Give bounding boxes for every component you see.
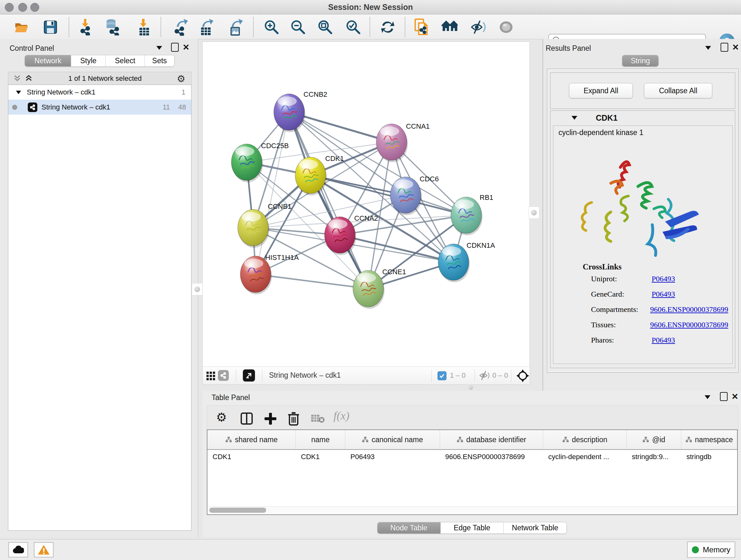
tab-style[interactable]: Style [71, 55, 106, 66]
control-panel-close-icon[interactable]: ✕ [183, 43, 190, 52]
import-network-button[interactable] [78, 19, 95, 36]
section-expander-icon[interactable] [571, 116, 577, 120]
column-header-database-identifier[interactable]: database identifier [440, 430, 543, 449]
collapse-all-button[interactable]: Collapse All [644, 83, 712, 98]
table-hscrollbar[interactable] [208, 506, 737, 514]
network-node-CCNA1[interactable] [376, 124, 408, 162]
eye-slash-icon [470, 20, 487, 35]
duplicate-network-button[interactable] [414, 19, 430, 36]
export-image-button[interactable] [228, 19, 245, 36]
table-body: CDK1CDK1P064939606.ENSP00000378699cyclin… [207, 450, 737, 464]
table-panel-close-icon[interactable]: ✕ [731, 392, 738, 401]
node-label-CDC25B: CDC25B [261, 142, 289, 150]
tab-string[interactable]: String [622, 55, 658, 66]
hidden-eye-slash-icon[interactable] [479, 370, 490, 381]
import-table-button[interactable] [136, 19, 152, 36]
tab-edge-table[interactable]: Edge Table [441, 522, 504, 534]
network-node-CCNB1[interactable] [238, 209, 269, 248]
hide-selected-button[interactable] [470, 19, 487, 36]
network-node-CCNA2[interactable] [325, 217, 356, 255]
cloud-status-button[interactable] [8, 542, 28, 557]
column-header--id[interactable]: @id [627, 430, 681, 449]
right-splitter-handle[interactable] [529, 206, 539, 219]
grid-icon[interactable] [206, 371, 216, 381]
houses-icon-button[interactable] [441, 19, 458, 36]
network-node-CDKN1A[interactable] [438, 244, 470, 282]
crosslink-row: Pharos:P06493 [591, 336, 728, 345]
network-row[interactable]: String Network – cdk1 11 48 [8, 100, 191, 115]
table-row[interactable]: CDK1CDK1P064939606.ENSP00000378699cyclin… [207, 450, 737, 464]
network-canvas[interactable]: CCNB2CCNA1CDC25BCDK1CDC6RB1CCNB1CCNA2CDK… [202, 42, 530, 367]
apply-layout-button[interactable] [380, 19, 396, 36]
zoom-selected-button[interactable] [345, 19, 361, 36]
selected-checkbox-icon[interactable] [437, 371, 447, 380]
results-panel-close-icon[interactable]: ✕ [732, 43, 739, 52]
memory-button[interactable]: Memory [687, 542, 735, 558]
network-graph[interactable]: CCNB2CCNA1CDC25BCDK1CDC6RB1CCNB1CCNA2CDK… [203, 42, 529, 367]
results-panel-float-icon[interactable] [721, 43, 728, 52]
toolbar-separator [69, 17, 69, 37]
tab-network[interactable]: Network [25, 55, 71, 66]
table-panel-menu-icon[interactable] [704, 395, 711, 399]
network-node-CDK1[interactable] [295, 157, 327, 195]
table-gear-icon[interactable]: ⚙ [216, 410, 227, 424]
expand-all-chevron-icon[interactable] [24, 74, 33, 83]
collection-expander-icon[interactable] [16, 91, 21, 94]
crosslink-value-link[interactable]: P06493 [652, 274, 675, 283]
tab-sets[interactable]: Sets [145, 55, 174, 66]
node-label-CCNE1: CCNE1 [382, 268, 406, 276]
column-header-name[interactable]: name [296, 430, 345, 449]
open-in-new-window-icon[interactable] [243, 369, 255, 381]
crosslink-value-link[interactable]: P06493 [652, 336, 675, 345]
table-columns-icon[interactable] [240, 412, 253, 425]
control-panel-menu-icon[interactable] [156, 46, 162, 50]
tab-node-table[interactable]: Node Table [378, 522, 441, 534]
export-network-button[interactable] [173, 19, 190, 36]
crosslink-value-link[interactable]: P06493 [652, 290, 675, 299]
table-delete-icon[interactable] [287, 412, 300, 426]
crosslink-value-link[interactable]: 9606.ENSP00000378699 [650, 320, 728, 329]
show-all-eye-button[interactable] [498, 19, 515, 36]
network-options-gear-icon[interactable]: ⚙ [177, 73, 185, 84]
results-panel-menu-icon[interactable] [705, 46, 711, 50]
control-panel-float-icon[interactable] [171, 43, 179, 52]
column-header-shared-name[interactable]: shared name [207, 430, 296, 449]
birdseye-network-icon[interactable] [218, 370, 229, 381]
export-table-button[interactable] [199, 19, 215, 36]
horizontal-splitter-handle[interactable] [466, 385, 475, 390]
results-panel-tabs: String [622, 55, 659, 67]
column-header-description[interactable]: description [543, 430, 627, 449]
network-node-CDC25B[interactable] [231, 144, 263, 182]
crosslink-value-link[interactable]: 9606.ENSP00000378699 [650, 305, 728, 314]
collapse-all-chevron-icon[interactable] [13, 74, 22, 83]
main-toolbar: ? [0, 14, 741, 39]
zoom-fit-button[interactable] [317, 19, 333, 36]
crosshair-icon[interactable] [516, 369, 529, 382]
left-splitter-handle[interactable] [192, 283, 203, 295]
network-node-RB1[interactable] [451, 197, 482, 235]
network-collection-row[interactable]: String Network – cdk1 1 [8, 85, 191, 100]
network-node-CCNB2[interactable] [274, 94, 306, 132]
column-header-namespace[interactable]: namespace [681, 430, 737, 449]
column-header-canonical-name[interactable]: canonical name [345, 430, 440, 449]
import-table-icon [137, 19, 151, 36]
zoom-out-button[interactable] [290, 19, 307, 36]
zoom-in-button[interactable] [263, 19, 280, 36]
open-session-button[interactable] [13, 19, 30, 36]
table-hscrollbar-thumb[interactable] [209, 508, 266, 513]
tab-network-table[interactable]: Network Table [503, 522, 566, 534]
network-node-CCNE1[interactable] [353, 270, 385, 309]
table-add-icon[interactable] [264, 412, 277, 425]
table-panel: Table Panel ✕ ⚙ f(x) shared namenamecano… [202, 391, 741, 537]
save-session-button[interactable] [42, 19, 59, 36]
network-node-CDC6[interactable] [390, 177, 422, 215]
node-section-header[interactable]: CDK1 [550, 111, 735, 125]
network-node-HIST1H1A[interactable] [240, 256, 272, 294]
import-database-button[interactable] [104, 19, 120, 36]
expand-all-button[interactable]: Expand All [569, 83, 633, 98]
warning-status-button[interactable] [34, 542, 54, 557]
table-panel-float-icon[interactable] [720, 392, 728, 401]
tab-select[interactable]: Select [106, 55, 145, 66]
toolbar-separator [253, 17, 254, 37]
results-panel-title: Results Panel [546, 44, 591, 53]
